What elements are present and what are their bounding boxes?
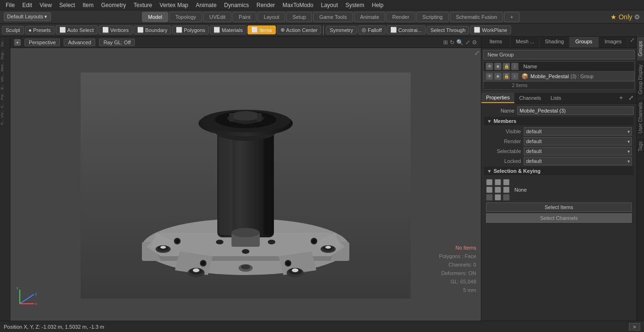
viewport-mode-dot[interactable]: • — [14, 39, 21, 46]
viewport-icon-expand[interactable]: ⤢ — [465, 39, 470, 46]
menu-maxtomodo[interactable]: MaxToModo — [279, 1, 317, 9]
tab-model[interactable]: Model — [142, 12, 168, 22]
tab-uvedit[interactable]: UVEdit — [203, 12, 231, 22]
rp-tab-mesh[interactable]: Mesh ... — [511, 37, 540, 48]
menu-texture[interactable]: Texture — [130, 1, 156, 9]
select-items-button[interactable]: Select Items — [486, 202, 632, 212]
materials-button[interactable]: ⬜ Materials — [210, 25, 247, 34]
props-tab-lists[interactable]: Lists — [546, 93, 566, 103]
tab-setup[interactable]: Setup — [286, 12, 312, 22]
tab-add[interactable]: + — [504, 12, 519, 22]
viewport[interactable]: Z X Y No Items Polygons : Face Channels:… — [10, 48, 481, 323]
gear-button[interactable]: ⚙ — [634, 13, 640, 21]
presets-button[interactable]: ● Presets — [25, 26, 55, 34]
menu-edit[interactable]: Edit — [18, 1, 36, 9]
list-icon-info[interactable]: i — [511, 63, 519, 70]
advanced-button[interactable]: Advanced — [64, 39, 95, 46]
tab-game-tools[interactable]: Game Tools — [313, 12, 353, 22]
menu-item[interactable]: Item — [79, 1, 97, 9]
sidebar-item-c[interactable]: C... — [0, 101, 10, 109]
rp-tab-shading[interactable]: Shading — [540, 37, 569, 48]
menu-render[interactable]: Render — [253, 1, 279, 9]
members-section[interactable]: ▼ Members — [484, 117, 634, 125]
rvtab-group-display[interactable]: Group Display — [637, 60, 644, 98]
rp-tab-items[interactable]: Items — [481, 37, 511, 48]
falloff-button[interactable]: ◎ Falloff — [358, 25, 386, 34]
tab-scripting[interactable]: Scripting — [416, 12, 449, 22]
tab-render[interactable]: Render — [386, 12, 415, 22]
constraints-button[interactable]: ⬜ Constrai... — [387, 25, 426, 34]
tab-schematic-fusion[interactable]: Schematic Fusion — [450, 12, 503, 22]
viewport-icons: ⊞ ↻ 🔍 ⤢ ⚙ — [443, 39, 477, 46]
sculpt-button[interactable]: Sculpt — [2, 26, 24, 34]
action-center-button[interactable]: ⊕ Action Center — [277, 25, 322, 34]
props-add-button[interactable]: + — [616, 93, 626, 102]
rvtab-groups[interactable]: Groups — [637, 37, 644, 60]
viewport-expand-icon[interactable]: ⤢ — [474, 49, 480, 57]
items-button[interactable]: ⬜ Items — [248, 25, 276, 34]
menu-animate[interactable]: Animate — [192, 1, 220, 9]
sidebar-item-vert[interactable]: Ver... — [0, 73, 10, 83]
viewport-arrow-btn[interactable]: > — [629, 323, 640, 331]
group-item-row[interactable]: 👁 ■ 🔓 i 📦 Mobile_Pedestal (3) : Group — [483, 72, 635, 81]
select-channels-button[interactable]: Select Channels — [486, 213, 632, 223]
selectable-select[interactable]: default — [524, 147, 632, 155]
sidebar-item-poly[interactable]: Pol... — [0, 90, 10, 101]
perspective-button[interactable]: Perspective — [25, 39, 60, 46]
selection-keying-section[interactable]: ▼ Selection & Keying — [484, 167, 634, 175]
name-input[interactable] — [517, 106, 634, 115]
props-tab-channels[interactable]: Channels — [514, 93, 545, 103]
sidebar-item-edit[interactable]: E... — [0, 83, 10, 90]
star-only-button[interactable]: ★ Only — [611, 13, 632, 21]
ray-gl-button[interactable]: Ray GL: Off — [99, 39, 135, 46]
sidebar-item-f[interactable]: F... — [0, 119, 10, 126]
list-icon-eye[interactable]: 👁 — [486, 63, 493, 70]
auto-select-button[interactable]: ⬜ Auto Select — [56, 25, 98, 34]
list-icon-render[interactable]: ■ — [494, 63, 502, 70]
sidebar-item-uv[interactable]: UV... — [0, 109, 10, 119]
tab-layout[interactable]: Layout — [257, 12, 285, 22]
menu-select[interactable]: Select — [56, 1, 79, 9]
menu-help[interactable]: Help — [368, 1, 388, 9]
sidebar-item-deform[interactable]: De... — [0, 37, 10, 49]
vertices-button[interactable]: ⬜ Vertices — [99, 25, 132, 34]
new-group-button[interactable]: New Group — [483, 50, 635, 59]
symmetry-button[interactable]: Symmetry — [326, 26, 357, 34]
viewport-icon-refresh[interactable]: ↻ — [450, 39, 454, 46]
rp-tab-groups[interactable]: Groups — [570, 37, 599, 48]
visible-select[interactable]: default — [524, 127, 632, 136]
viewport-icon-grid[interactable]: ⊞ — [443, 39, 448, 46]
rp-tab-images[interactable]: Images — [599, 37, 628, 48]
rvtab-user-channels[interactable]: User Channels — [637, 98, 644, 137]
tab-paint[interactable]: Paint — [232, 12, 256, 22]
item-info-icon[interactable]: i — [511, 73, 519, 80]
menu-layout[interactable]: Layout — [317, 1, 342, 9]
menu-vertex-map[interactable]: Vertex Map — [156, 1, 192, 9]
props-tab-properties[interactable]: Properties — [481, 93, 514, 103]
viewport-icon-search[interactable]: 🔍 — [456, 39, 463, 46]
expand-icon[interactable]: ⤢ — [628, 37, 636, 48]
menu-view[interactable]: View — [36, 1, 56, 9]
render-select[interactable]: default — [524, 137, 632, 146]
rvtab-tags[interactable]: Tags — [637, 137, 644, 155]
layouts-dropdown[interactable]: Default Layouts ▾ — [4, 12, 51, 21]
menu-dynamics[interactable]: Dynamics — [220, 1, 253, 9]
menu-system[interactable]: System — [342, 1, 368, 9]
list-icon-lock[interactable]: 🔒 — [503, 63, 510, 70]
tab-animate[interactable]: Animate — [354, 12, 385, 22]
item-render-icon[interactable]: ■ — [494, 73, 502, 80]
sidebar-item-dup[interactable]: Dup... — [0, 49, 10, 60]
tab-topology[interactable]: Topology — [169, 12, 202, 22]
boundary-button[interactable]: ⬜ Boundary — [133, 25, 171, 34]
menu-file[interactable]: File — [2, 1, 18, 9]
locked-select[interactable]: default — [524, 157, 632, 165]
item-lock-icon[interactable]: 🔓 — [503, 73, 510, 80]
viewport-icon-settings[interactable]: ⚙ — [472, 39, 477, 46]
props-expand-button[interactable]: ⤢ — [626, 93, 636, 102]
workplane-button[interactable]: ⬜ WorkPlane — [470, 25, 511, 34]
menu-geometry[interactable]: Geometry — [98, 1, 130, 9]
sidebar-item-mesh[interactable]: Mes... — [0, 60, 10, 73]
item-eye-icon[interactable]: 👁 — [486, 73, 493, 80]
select-through-button[interactable]: Select Through — [427, 26, 469, 34]
polygons-button[interactable]: ⬜ Polygons — [172, 25, 209, 34]
